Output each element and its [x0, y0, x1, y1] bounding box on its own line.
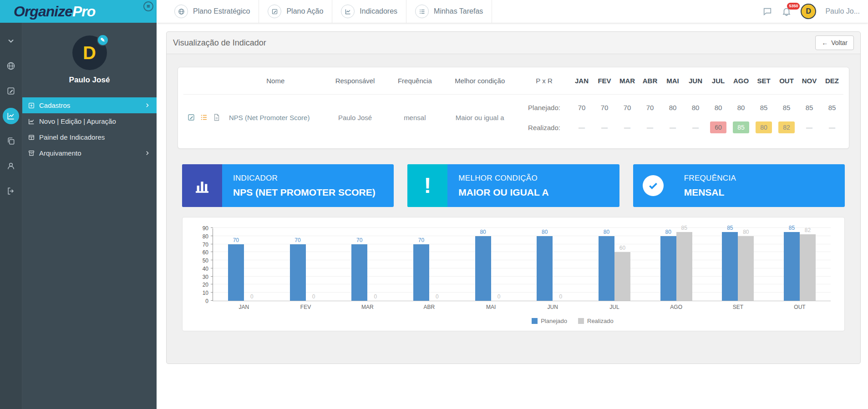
- collapse-chevron-icon[interactable]: [3, 33, 19, 49]
- bar-planejado: 80: [537, 236, 553, 301]
- exclamation-icon: !: [407, 164, 447, 207]
- sidebar-item-cadastros[interactable]: Cadastros: [22, 97, 157, 113]
- nav-item-label: Minhas Tarefas: [434, 7, 483, 15]
- planejado-value: 70: [570, 104, 593, 111]
- legend-swatch: [578, 318, 584, 324]
- edit-avatar-pencil-icon[interactable]: ✎: [97, 34, 109, 46]
- plus-square-icon: [28, 102, 35, 109]
- realizado-value: 82: [778, 121, 795, 133]
- card-frequencia: FREQUÊNCIA MENSAL: [633, 164, 845, 207]
- planejado-row: Planejado: 707070708080808085858585: [518, 97, 843, 117]
- chart-bar-group: 8580SET: [722, 228, 754, 301]
- top-nav-right: 5350 D Paulo Jo...: [762, 4, 860, 19]
- action-plan-pencil-icon[interactable]: [3, 83, 19, 99]
- sidebar-item-arquivamento[interactable]: Arquivamento: [22, 145, 157, 161]
- notifications-bell-icon[interactable]: 5350: [782, 6, 792, 16]
- y-tick-label: 50: [203, 258, 208, 264]
- bar-value-label: 85: [681, 225, 687, 231]
- realizado-cells: ——————60858082——: [570, 121, 843, 133]
- month-header: DEZ: [821, 77, 843, 85]
- notification-badge: 5350: [787, 3, 800, 10]
- hamburger-menu-icon[interactable]: ≡: [143, 1, 153, 11]
- chart-icon: [28, 118, 35, 125]
- app-root: OrganizePro ≡ D ✎ Paulo José: [0, 0, 868, 409]
- page-title: Visualização de Indicador: [173, 38, 266, 48]
- bar-value-label: 70: [294, 237, 300, 243]
- chart-bar-group: 700JAN: [228, 228, 260, 301]
- planejado-value: 80: [684, 104, 707, 111]
- y-axis-tick: [211, 227, 213, 228]
- y-tick-label: 80: [203, 233, 208, 240]
- header-responsavel: Responsável: [322, 77, 388, 85]
- gridline: [213, 227, 831, 228]
- apuracao-list-icon[interactable]: [200, 113, 208, 121]
- planejado-value: 70: [616, 104, 639, 111]
- sidebar-menu: Cadastros Novo | Edição | Apuração Paine…: [22, 97, 157, 161]
- realizado-cell: 80: [752, 121, 775, 133]
- topnav-avatar[interactable]: D: [801, 4, 816, 19]
- month-header: JUL: [707, 77, 730, 85]
- row-actions: [183, 113, 224, 121]
- chat-icon[interactable]: [762, 6, 772, 16]
- nav-indicadores[interactable]: Indicadores: [332, 0, 406, 23]
- bar-planejado: 80: [599, 236, 614, 301]
- documents-copy-icon[interactable]: [3, 133, 19, 149]
- realizado-cell: —: [821, 121, 843, 133]
- nav-plano-acao[interactable]: Plano Ação: [259, 0, 332, 23]
- bar-value-label: 80: [665, 229, 671, 235]
- chart-bar-group: 8060JUL: [599, 228, 630, 301]
- content-area: Visualização de Indicador ← Voltar Nome …: [157, 23, 868, 409]
- strategic-plan-globe-icon[interactable]: [3, 58, 19, 74]
- bar-chart-icon: [182, 164, 222, 207]
- x-axis-label: FEV: [300, 304, 311, 310]
- bar-value-label: 85: [789, 225, 795, 231]
- legend-label: Realizado: [587, 318, 614, 324]
- nav-plano-estrategico[interactable]: Plano Estratégico: [166, 0, 259, 23]
- edit-icon[interactable]: [187, 113, 195, 121]
- profile-user-icon[interactable]: [3, 158, 19, 174]
- y-tick-label: 40: [203, 266, 208, 272]
- topnav-user-name[interactable]: Paulo Jo...: [825, 7, 860, 15]
- planejado-value: 85: [752, 104, 775, 111]
- back-button[interactable]: ← Voltar: [815, 35, 854, 50]
- chart-legend: PlanejadoRealizado: [255, 318, 868, 327]
- nav-minhas-tarefas[interactable]: Minhas Tarefas: [406, 0, 492, 23]
- bar-value-label: 80: [542, 229, 548, 235]
- top-nav-items: Plano Estratégico Plano Ação Indicadores…: [166, 0, 492, 23]
- realizado-cell: —: [661, 121, 684, 133]
- realizado-value: 85: [733, 121, 749, 133]
- sidebar-item-painel-indicadores[interactable]: Painel de Indicadores: [22, 129, 157, 145]
- indicator-frequencia: mensal: [388, 114, 442, 121]
- document-icon[interactable]: [213, 113, 221, 121]
- sidebar-user-name: Paulo José: [22, 76, 157, 85]
- header-nome: Nome: [224, 77, 322, 85]
- bar-value-label: 0: [497, 293, 501, 300]
- bar-value-label: 80: [604, 229, 609, 235]
- month-header: ABR: [639, 77, 661, 85]
- legend-label: Planejado: [541, 318, 567, 324]
- x-axis-label: JUN: [548, 304, 558, 310]
- planejado-value: 80: [730, 104, 752, 111]
- realizado-cell: —: [616, 121, 639, 133]
- realizado-value: 80: [756, 121, 772, 133]
- card-value: MAIOR OU IGUAL A: [458, 187, 548, 198]
- header-frequencia: Frequência: [388, 77, 442, 85]
- month-header: FEV: [593, 77, 616, 85]
- sidebar-item-novo-edicao-apuracao[interactable]: Novo | Edição | Apuração: [22, 113, 157, 129]
- menu-item-label: Cadastros: [39, 101, 70, 109]
- month-header: MAR: [616, 77, 639, 85]
- card-title: FREQUÊNCIA: [684, 174, 736, 183]
- bar-planejado: 85: [722, 232, 738, 301]
- realizado-value: —: [596, 121, 613, 133]
- header-pxr: P x R: [518, 77, 570, 85]
- bar-planejado: 70: [228, 244, 244, 301]
- logo-part-organize: Organize: [14, 3, 72, 20]
- bar-value-label: 70: [233, 237, 239, 243]
- x-axis-label: MAR: [361, 304, 374, 310]
- indicators-chart-icon[interactable]: [3, 108, 19, 124]
- planejado-value: 85: [798, 104, 821, 111]
- chart-bar-group: 8085AGO: [660, 228, 692, 301]
- planejado-value: 85: [775, 104, 798, 111]
- planejado-value: 80: [707, 104, 730, 111]
- logout-icon[interactable]: [3, 183, 19, 199]
